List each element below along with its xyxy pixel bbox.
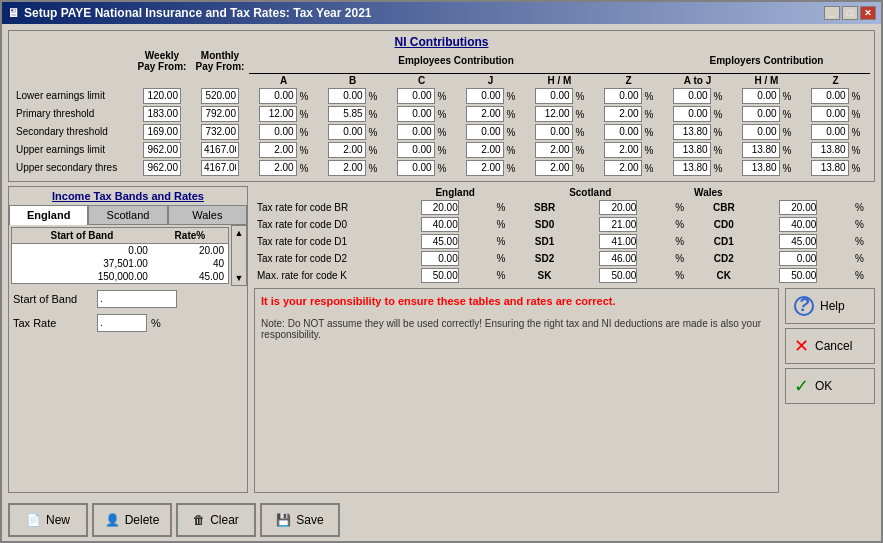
ni-weekly-1 bbox=[133, 105, 191, 123]
main-content: NI Contributions WeeklyPay From: Monthly… bbox=[2, 24, 881, 499]
ni-monthly-input-2[interactable] bbox=[201, 124, 239, 140]
clear-icon: 🗑 bbox=[193, 513, 205, 527]
save-button[interactable]: 💾 Save bbox=[260, 503, 340, 537]
ni-weekly-input-4[interactable] bbox=[143, 160, 181, 176]
ni-monthly-input-0[interactable] bbox=[201, 88, 239, 104]
rates-th-empty bbox=[254, 186, 394, 199]
maximize-button[interactable]: □ bbox=[842, 6, 858, 20]
cancel-label: Cancel bbox=[815, 339, 852, 353]
ni-hm-3: % bbox=[525, 141, 594, 159]
tax-rate-input[interactable] bbox=[97, 314, 147, 332]
rates-label-0: Tax rate for code BR bbox=[254, 199, 394, 216]
ni-weekly-input-0[interactable] bbox=[143, 88, 181, 104]
ni-weekly-input-2[interactable] bbox=[143, 124, 181, 140]
th-empty bbox=[13, 49, 133, 73]
rates-eng-val-1 bbox=[394, 216, 485, 233]
rates-wal-code-4: CK bbox=[695, 267, 752, 284]
ni-z-2: % bbox=[594, 123, 663, 141]
cancel-button[interactable]: ✕ Cancel bbox=[785, 328, 875, 364]
th-employers: Employers Contribution bbox=[663, 49, 870, 73]
ni-b-2: % bbox=[318, 123, 387, 141]
delete-icon: 👤 bbox=[105, 513, 120, 527]
rates-sco-val-1 bbox=[573, 216, 664, 233]
band-rate-0: 20.00 bbox=[152, 243, 228, 257]
rates-row-4: Max. rate for code K % SK % CK % bbox=[254, 267, 875, 284]
band-row-1: 37,501.00 40 bbox=[12, 257, 228, 270]
window-title: Setup PAYE National Insurance and Tax Ra… bbox=[24, 6, 371, 20]
rates-sco-code-2: SD1 bbox=[516, 233, 572, 250]
rates-wal-pct-0: % bbox=[844, 199, 875, 216]
band-row-0: 0.00 20.00 bbox=[12, 243, 228, 257]
rates-eng-val-4 bbox=[394, 267, 485, 284]
tab-scotland[interactable]: Scotland bbox=[88, 205, 167, 225]
ni-row-3: Upper earnings limit % % % % % % % % % bbox=[13, 141, 870, 159]
scrollbar[interactable]: ▲ ▼ bbox=[231, 225, 247, 286]
app-icon: 🖥 bbox=[7, 6, 19, 20]
rates-sco-pct-2: % bbox=[664, 233, 695, 250]
title-bar: 🖥 Setup PAYE National Insurance and Tax … bbox=[2, 2, 881, 24]
scroll-up[interactable]: ▲ bbox=[235, 226, 244, 240]
ni-row-0: Lower earnings limit % % % % % % % % % bbox=[13, 87, 870, 105]
ni-weekly-input-1[interactable] bbox=[143, 106, 181, 122]
ni-c-0: % bbox=[387, 87, 456, 105]
ni-monthly-input-1[interactable] bbox=[201, 106, 239, 122]
ni-weekly-0 bbox=[133, 87, 191, 105]
rates-label-1: Tax rate for code D0 bbox=[254, 216, 394, 233]
ni-z-1: % bbox=[594, 105, 663, 123]
rates-eng-pct-0: % bbox=[485, 199, 516, 216]
rates-wal-val-0 bbox=[753, 199, 844, 216]
rates-sco-pct-1: % bbox=[664, 216, 695, 233]
rates-row-1: Tax rate for code D0 % SD0 % CD0 % bbox=[254, 216, 875, 233]
save-label: Save bbox=[296, 513, 323, 527]
ni-monthly-input-4[interactable] bbox=[201, 160, 239, 176]
help-button[interactable]: ? Help bbox=[785, 288, 875, 324]
rates-row-2: Tax rate for code D1 % SD1 % CD1 % bbox=[254, 233, 875, 250]
ni-emp-hm-0: % bbox=[732, 87, 801, 105]
band-start-2: 150,000.00 bbox=[12, 270, 152, 283]
ni-monthly-input-3[interactable] bbox=[201, 142, 239, 158]
clear-label: Clear bbox=[210, 513, 239, 527]
help-label: Help bbox=[820, 299, 845, 313]
clear-button[interactable]: 🗑 Clear bbox=[176, 503, 256, 537]
rates-eng-pct-3: % bbox=[485, 250, 516, 267]
start-of-band-input[interactable] bbox=[97, 290, 177, 308]
action-buttons: ? Help ✕ Cancel ✓ OK bbox=[785, 288, 875, 494]
ni-row-1: Primary threshold % % % % % % % % % bbox=[13, 105, 870, 123]
close-button[interactable]: ✕ bbox=[860, 6, 876, 20]
ni-label-0: Lower earnings limit bbox=[13, 87, 133, 105]
ni-monthly-1 bbox=[191, 105, 249, 123]
rates-eng-pct-4: % bbox=[485, 267, 516, 284]
scroll-down[interactable]: ▼ bbox=[235, 271, 244, 285]
rates-row-3: Tax rate for code D2 % SD2 % CD2 % bbox=[254, 250, 875, 267]
ni-label-2: Secondary threshold bbox=[13, 123, 133, 141]
right-panel: England Scotland Wales Tax rate for code… bbox=[254, 186, 875, 494]
rates-eng-val-2 bbox=[394, 233, 485, 250]
th-j: J bbox=[456, 73, 525, 87]
rates-wal-code-1: CD0 bbox=[695, 216, 752, 233]
ni-emp-hm-3: % bbox=[732, 141, 801, 159]
start-of-band-label: Start of Band bbox=[13, 293, 93, 305]
th-m bbox=[191, 73, 249, 87]
rates-wal-code-3: CD2 bbox=[695, 250, 752, 267]
ni-weekly-input-3[interactable] bbox=[143, 142, 181, 158]
ni-hm-2: % bbox=[525, 123, 594, 141]
rates-wal-pct-3: % bbox=[844, 250, 875, 267]
new-button[interactable]: 📄 New bbox=[8, 503, 88, 537]
delete-button[interactable]: 👤 Delete bbox=[92, 503, 172, 537]
rates-wal-code-0: CBR bbox=[695, 199, 752, 216]
tab-england[interactable]: England bbox=[9, 205, 88, 225]
minimize-button[interactable]: _ bbox=[824, 6, 840, 20]
band-rate-2: 45.00 bbox=[152, 270, 228, 283]
tab-wales[interactable]: Wales bbox=[168, 205, 247, 225]
ni-b-1: % bbox=[318, 105, 387, 123]
ok-button[interactable]: ✓ OK bbox=[785, 368, 875, 404]
rates-sco-pct-4: % bbox=[664, 267, 695, 284]
ni-emp-aj-1: % bbox=[663, 105, 732, 123]
ni-emp-z-3: % bbox=[801, 141, 870, 159]
ni-monthly-2 bbox=[191, 123, 249, 141]
warning-box: It is your responsibility to ensure thes… bbox=[254, 288, 779, 494]
band-rate-1: 40 bbox=[152, 257, 228, 270]
ni-emp-aj-2: % bbox=[663, 123, 732, 141]
rates-wal-pct-2: % bbox=[844, 233, 875, 250]
th-emp-z: Z bbox=[801, 73, 870, 87]
